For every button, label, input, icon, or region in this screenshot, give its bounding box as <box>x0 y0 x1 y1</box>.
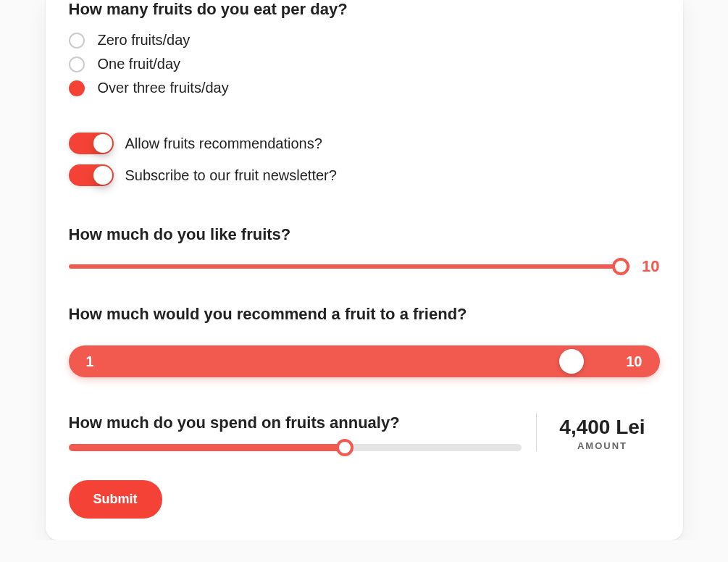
slider-thumb[interactable] <box>559 349 584 374</box>
question-spend-annual: How much do you spend on fruits annualy? <box>69 414 522 432</box>
toggle-label: Subscribe to our fruit newsletter? <box>125 167 337 184</box>
amount-value: 4,400 Lei <box>551 416 654 439</box>
radio-icon-checked <box>69 80 85 96</box>
survey-card: How many fruits do you eat per day? Zero… <box>46 0 683 540</box>
amount-label: AMOUNT <box>551 440 654 451</box>
question-like-fruits: How much do you like fruits? <box>69 225 660 244</box>
slider-like-fruits-wrap: 10 <box>69 257 660 276</box>
submit-button[interactable]: Submit <box>69 480 162 519</box>
amount-box: 4,400 Lei AMOUNT <box>551 416 660 451</box>
radio-icon <box>69 33 85 49</box>
radio-icon <box>69 56 85 72</box>
slider-thumb[interactable] <box>336 439 353 456</box>
toggle-knob <box>93 134 112 153</box>
radio-label: One fruit/day <box>98 56 181 72</box>
slider-fill <box>69 444 345 451</box>
divider <box>536 414 537 451</box>
toggle-recommendations[interactable] <box>69 133 114 154</box>
slider-spend-block: How much do you spend on fruits annualy?… <box>69 414 660 451</box>
toggle-knob <box>93 166 112 185</box>
toggle-row-newsletter: Subscribe to our fruit newsletter? <box>69 164 660 186</box>
slider-like-fruits-value: 10 <box>634 257 660 276</box>
slider-thumb[interactable] <box>612 258 629 275</box>
radio-option-over-three[interactable]: Over three fruits/day <box>69 80 660 96</box>
radio-option-zero[interactable]: Zero fruits/day <box>69 32 660 49</box>
slider-spend-annual[interactable] <box>69 444 522 451</box>
slider-min-label: 1 <box>86 353 94 370</box>
radio-option-one[interactable]: One fruit/day <box>69 56 660 72</box>
radio-label: Zero fruits/day <box>98 32 191 49</box>
question-recommend-fruit: How much would you recommend a fruit to … <box>69 305 660 324</box>
radio-group-fruits: Zero fruits/day One fruit/day Over three… <box>69 32 660 96</box>
toggle-newsletter[interactable] <box>69 164 114 186</box>
radio-label: Over three fruits/day <box>98 80 229 96</box>
question-fruits-per-day: How many fruits do you eat per day? <box>69 0 660 19</box>
slider-max-label: 10 <box>626 353 642 370</box>
slider-like-fruits[interactable] <box>69 264 621 269</box>
toggle-label: Allow fruits recommendations? <box>125 135 322 152</box>
slider-recommend-fruit[interactable]: 1 10 <box>69 345 660 377</box>
toggle-row-recommendations: Allow fruits recommendations? <box>69 133 660 154</box>
